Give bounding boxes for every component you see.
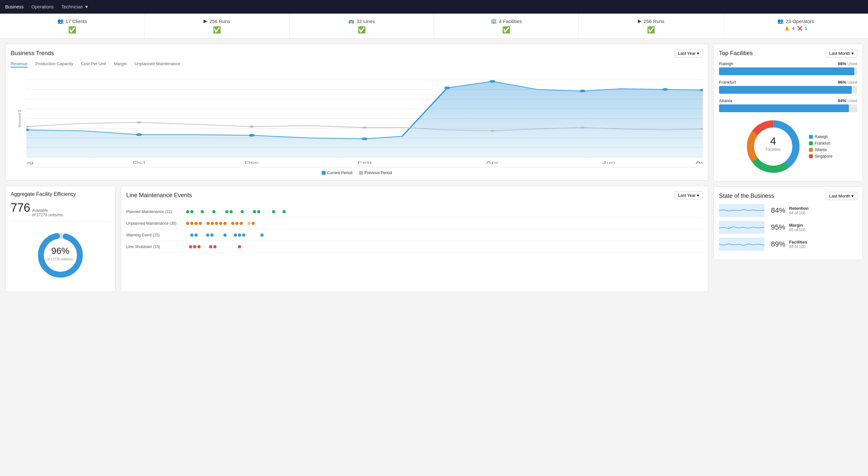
chart-svg: 0 100 200 300 400 500 600 700 800 [26, 70, 703, 167]
dot [223, 234, 226, 237]
maint-row-warning: Warning Event (15) [126, 229, 703, 241]
dot [189, 245, 192, 248]
legend-frankfurt: Frankfurt [809, 141, 833, 145]
stat-facilities-title: 🏢 4 Facilities [491, 18, 522, 24]
legend-singapore-label: Singapore [815, 154, 833, 159]
legend-current-label: Current Period [327, 171, 352, 175]
line-maintenance-dropdown[interactable]: Last Year ▾ [675, 191, 703, 199]
tab-maintenance[interactable]: Unplanned Maintenance [134, 61, 180, 67]
svg-text:Oct: Oct [133, 161, 146, 164]
tab-production[interactable]: Production Capacity [35, 61, 73, 67]
runs2-count: 256 Runs [644, 19, 664, 24]
dot [282, 210, 286, 213]
legend-previous: Previous Period [359, 171, 392, 175]
dot [247, 222, 251, 225]
state-title: State of the Business [719, 193, 774, 199]
nav-technician[interactable]: Technician ▼ [61, 4, 89, 9]
sparkline-margin [719, 221, 765, 234]
sparkline-facilities-svg [719, 238, 765, 251]
nav-business[interactable]: Business [5, 4, 24, 9]
tab-cost[interactable]: Cost Per Unit [81, 61, 106, 67]
maint-dots-warning [185, 234, 703, 237]
facility-raleigh-used: 98% Used [838, 61, 857, 66]
facility-raleigh: Raleigh 98% Used [719, 61, 857, 75]
stat-clients: 👥 17 Clients ✅ [0, 13, 145, 38]
legend-current: Current Period [322, 171, 352, 175]
tab-margin[interactable]: Margin [114, 61, 127, 67]
chart-legend: Current Period Previous Period [11, 171, 703, 175]
bottom-row: Aggregate Facility Efficiency 776 Availa… [5, 186, 708, 292]
svg-text:96%: 96% [51, 246, 69, 256]
maint-label-shutdown: Line Shutdown (15) [126, 244, 185, 249]
top-facilities-dropdown[interactable]: Last Month ▾ [826, 49, 857, 57]
stat-runs1-title: ▶ 256 Runs [204, 18, 230, 24]
svg-point-22 [444, 87, 450, 89]
stat-lines-title: 🚌 32 Lines [348, 18, 375, 24]
svg-point-27 [26, 126, 29, 128]
legend-raleigh: Raleigh [809, 135, 833, 139]
maint-row-planned: Planned Maintenance (11) [126, 206, 703, 217]
legend-atlanta: Atlanta [809, 147, 833, 152]
svg-text:Jun: Jun [602, 161, 616, 164]
maint-label-warning: Warning Event (15) [126, 233, 185, 237]
state-retention-label: Retention 84 of 100 [789, 206, 809, 215]
runs2-icon: ▶ [638, 18, 642, 24]
dot [186, 210, 189, 213]
dot [200, 210, 204, 213]
state-margin-detail: 95 of 100 [789, 228, 805, 232]
lines-count: 32 Lines [356, 19, 375, 24]
navbar: Business Operations Technician ▼ [0, 0, 868, 13]
aggregate-header: Aggregate Facility Efficiency [11, 191, 110, 197]
line-maintenance-dropdown-label: Last Year [678, 193, 695, 198]
error-count: 1 [805, 26, 807, 31]
svg-point-32 [580, 127, 585, 128]
state-dropdown-label: Last Month [829, 194, 850, 198]
agg-donut-svg: 96% of 17278 units/mo. [34, 229, 86, 281]
maint-row-shutdown: Line Shutdown (15) [126, 241, 703, 252]
legend-raleigh-label: Raleigh [815, 135, 828, 139]
state-header: State of the Business Last Month ▾ [719, 192, 857, 200]
stat-runs2-title: ▶ 256 Runs [638, 18, 664, 24]
lines-icon: 🚌 [348, 18, 354, 24]
facility-raleigh-bar [719, 67, 855, 75]
state-margin-pct: 95% [768, 223, 785, 232]
facility-atlanta-bar-bg [719, 104, 857, 112]
facilities-icon: 🏢 [491, 18, 497, 24]
state-facilities-pct: 89% [768, 240, 785, 248]
state-margin-row: 95% Margin 95 of 100 [719, 221, 857, 234]
line-maintenance-card: Line Maintenance Events Last Year ▾ Plan… [121, 186, 708, 292]
chart-container: thousand $ 0 [11, 70, 703, 167]
agg-sub-detail: of 17278 units/mo. [32, 213, 64, 217]
facility-atlanta-header: Atlanta 94% Used [719, 98, 857, 103]
facility-atlanta-name: Atlanta [719, 98, 732, 103]
dot [238, 234, 241, 237]
runs2-status: ✅ [647, 26, 655, 34]
svg-text:Facilities: Facilities [766, 147, 781, 152]
svg-point-24 [580, 90, 586, 93]
svg-text:Aug: Aug [695, 161, 703, 164]
stat-runs1: ▶ 256 Runs ✅ [145, 13, 289, 38]
business-trends-dropdown[interactable]: Last Year ▾ [675, 49, 703, 57]
maint-label-unplanned: Unplanned Maintenance (30) [126, 221, 185, 226]
state-dropdown[interactable]: Last Month ▾ [826, 192, 857, 200]
warn-icon: ⚠️ [784, 26, 789, 31]
svg-point-21 [362, 137, 368, 140]
nav-operations[interactable]: Operations [31, 4, 54, 9]
legend-atlanta-label: Atlanta [815, 147, 827, 152]
state-retention-title: Retention [789, 206, 809, 211]
warn-count: 4 [792, 26, 794, 31]
dot [199, 222, 202, 225]
dot [272, 210, 275, 213]
chevron-down-icon: ▾ [697, 51, 699, 56]
runs1-icon: ▶ [204, 18, 208, 24]
tab-revenue[interactable]: Revenue [11, 61, 28, 67]
legend-raleigh-color [809, 135, 813, 139]
chevron-down-icon2: ▾ [697, 193, 699, 198]
dot [235, 222, 239, 225]
facilities-count: 4 Facilities [499, 19, 522, 24]
stat-operators: 👥 23 Operators ⚠️ 4 ❌ 1 [723, 13, 868, 38]
maint-dots-planned [185, 210, 703, 213]
dot [240, 222, 243, 225]
state-facilities-detail: 89 of 100 [789, 244, 805, 249]
facility-atlanta: Atlanta 94% Used [719, 98, 857, 112]
